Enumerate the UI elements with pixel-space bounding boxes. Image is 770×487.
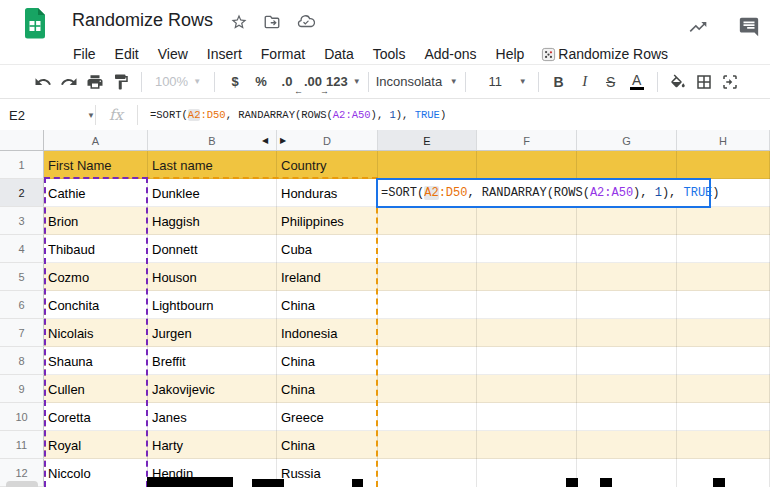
cloud-saved-icon[interactable] [296, 13, 316, 31]
active-cell-reference: E2 [9, 108, 82, 123]
redaction-bar [566, 478, 578, 487]
formula-token: ) [712, 186, 719, 200]
corner-box [0, 130, 44, 151]
toolbar-divider [538, 72, 539, 92]
hidden-column-right-arrow-icon[interactable]: ▶ [280, 136, 286, 146]
redaction-bar [600, 478, 612, 487]
range-highlight-purple [44, 177, 148, 487]
print-button[interactable] [82, 69, 108, 95]
row-header-11[interactable]: 11 [0, 431, 44, 459]
toolbar-divider [141, 72, 142, 92]
formula-token: 1 [655, 186, 662, 200]
font-size-select[interactable]: 11▼ [473, 69, 531, 95]
column-header-A[interactable]: A [44, 130, 148, 151]
cell-editor-E2[interactable]: =SORT(A2:D50, RANDARRAY(ROWS(A2:A50), 1)… [376, 178, 711, 208]
menu-data[interactable]: Data [324, 46, 354, 62]
row-header-10[interactable]: 10 [0, 403, 44, 431]
increase-decimal-button[interactable]: .00→ [300, 69, 326, 95]
bold-button[interactable]: B [546, 69, 572, 95]
column-header-bottom-border [0, 150, 770, 151]
column-header-E[interactable]: E [378, 130, 477, 151]
column-header-H[interactable]: H [677, 130, 770, 151]
menu-add-ons[interactable]: Add-ons [424, 46, 476, 62]
row-header-7[interactable]: 7 [0, 319, 44, 347]
row-header-4[interactable]: 4 [0, 235, 44, 263]
toolbar-divider [368, 72, 369, 92]
redaction-bar [352, 479, 363, 487]
row-header-8[interactable]: 8 [0, 347, 44, 375]
redaction-bar [252, 479, 284, 487]
text-color-swatch [630, 87, 644, 90]
more-formats-button[interactable]: 123▼ [326, 69, 361, 95]
cell-editor-formula[interactable]: =SORT(A2:D50, RANDARRAY(ROWS(A2:A50), 1)… [381, 186, 720, 200]
row-header-5[interactable]: 5 [0, 263, 44, 291]
row-header-1[interactable]: 1 [0, 151, 44, 179]
italic-button[interactable]: I [572, 69, 598, 95]
column-header-D[interactable]: D [277, 130, 378, 151]
name-box[interactable]: E2 ▼ [0, 108, 95, 123]
move-folder-icon[interactable] [263, 13, 281, 31]
cell-B1[interactable]: Last name [148, 151, 277, 179]
formula-bar: E2 ▼ fx =SORT(A2:D50, RANDARRAY(ROWS(A2:… [0, 100, 770, 130]
menu-view[interactable]: View [158, 46, 188, 62]
formula-token: RANDARRAY(ROWS( [482, 186, 590, 200]
column-header-F[interactable]: F [477, 130, 577, 151]
menu-randomize-rows[interactable]: Randomize Rows [541, 46, 668, 62]
row-header-2[interactable]: 2 [0, 179, 44, 207]
name-box-caret-icon: ▼ [87, 111, 95, 120]
redo-button[interactable] [56, 69, 82, 95]
formula-token: RANDARRAY(ROWS( [238, 109, 333, 121]
formula-token: ), [633, 186, 655, 200]
row-header-9[interactable]: 9 [0, 375, 44, 403]
merge-cells-button[interactable] [717, 69, 743, 95]
menu-tools[interactable]: Tools [373, 46, 406, 62]
explore-trend-icon[interactable] [686, 17, 710, 37]
column-header-G[interactable]: G [577, 130, 677, 151]
menu-format[interactable]: Format [261, 46, 305, 62]
menu-edit[interactable]: Edit [115, 46, 139, 62]
redaction-bar [147, 477, 233, 487]
formula-token: ) [440, 109, 446, 121]
cut-off-element [6, 481, 38, 487]
text-color-button[interactable]: A [624, 69, 650, 95]
decrease-decimal-button[interactable]: .0← [274, 69, 300, 95]
google-sheets-app: Randomize Rows FileEditViewInsertFormatD… [0, 0, 770, 487]
formula-token: :D50 [439, 186, 468, 200]
cell-D1[interactable]: Country [277, 151, 378, 179]
strikethrough-button[interactable]: S [598, 69, 624, 95]
menu-help[interactable]: Help [496, 46, 525, 62]
row-header-3[interactable]: 3 [0, 207, 44, 235]
borders-button[interactable] [691, 69, 717, 95]
spreadsheet-grid: First NameLast nameCountryCathieDunkleeH… [0, 130, 770, 487]
format-percent-button[interactable]: % [248, 69, 274, 95]
toolbar-divider [465, 72, 466, 92]
menu-bar: FileEditViewInsertFormatDataToolsAdd-ons… [0, 44, 770, 64]
formula-token: ), [396, 109, 415, 121]
hidden-column-left-arrow-icon[interactable]: ◀ [262, 136, 268, 146]
toolbar: 100%▼ $ % .0← .00→ 123▼ Inconsolata▼ 11▼… [0, 64, 770, 99]
menu-insert[interactable]: Insert [207, 46, 242, 62]
row-header-6[interactable]: 6 [0, 291, 44, 319]
format-currency-button[interactable]: $ [222, 69, 248, 95]
formula-token: A2 [424, 186, 438, 200]
toolbar-divider [657, 72, 658, 92]
menu-file[interactable]: File [73, 46, 96, 62]
paint-format-button[interactable] [108, 69, 134, 95]
document-title[interactable]: Randomize Rows [72, 10, 213, 31]
formula-token: ), [662, 186, 684, 200]
undo-button[interactable] [30, 69, 56, 95]
column-header-B[interactable]: B [148, 130, 277, 151]
fill-color-button[interactable] [665, 69, 691, 95]
formula-token: TRUE [684, 186, 713, 200]
sheets-logo-icon[interactable] [23, 7, 47, 39]
zoom-select[interactable]: 100%▼ [149, 69, 207, 95]
toolbar-divider [214, 72, 215, 92]
formula-input[interactable]: =SORT(A2:D50, RANDARRAY(ROWS(A2:A50), 1)… [150, 109, 446, 121]
star-icon[interactable] [230, 13, 248, 31]
comment-history-icon[interactable] [738, 16, 760, 38]
formula-token: , [226, 109, 239, 121]
redaction-bar [713, 478, 725, 487]
cell-A1[interactable]: First Name [44, 151, 148, 179]
dice-icon [541, 47, 556, 62]
font-family-select[interactable]: Inconsolata▼ [376, 69, 458, 95]
